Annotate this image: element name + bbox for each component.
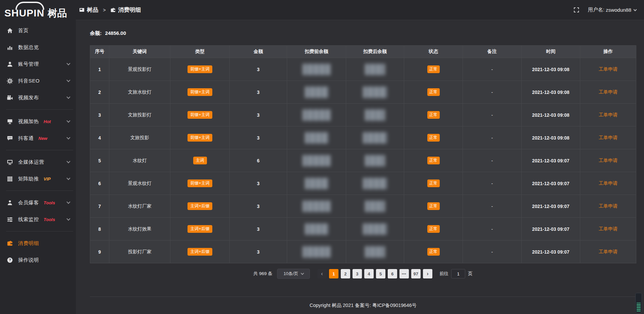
sidebar-item-label: 全媒体运营	[18, 159, 44, 165]
sidebar-item-data-overview[interactable]: 数据总览	[0, 39, 76, 56]
redacted-value	[365, 109, 385, 121]
app-root: SHUPIN 树品 首页 数据总览 账号管理 抖音SEO	[0, 0, 644, 314]
page-button-6[interactable]: 6	[388, 269, 397, 278]
breadcrumb-current[interactable]: 消费明细	[110, 6, 141, 14]
sidebar-item-home[interactable]: 首页	[0, 22, 76, 39]
type-badge: 前缀+主词	[187, 179, 212, 187]
sidebar-item-label: 账号管理	[18, 61, 39, 67]
more-pages-button[interactable]: •••	[399, 269, 409, 278]
table-row: 9 投影灯厂家 主词+后缀 3 正常 - 2021-12-03 09:07 工单…	[90, 241, 636, 263]
work-order-link[interactable]: 工单申请	[599, 158, 618, 163]
next-page-button[interactable]: ›	[423, 269, 432, 278]
work-order-link[interactable]: 工单申请	[599, 135, 618, 140]
cell-keyword: 文旅水纹灯	[109, 81, 170, 104]
cell-status: 正常	[404, 126, 463, 149]
work-order-link[interactable]: 工单申请	[599, 180, 618, 186]
sidebar-item-label: 矩阵助推	[18, 176, 39, 182]
sidebar-item-label: 抖音SEO	[18, 78, 40, 84]
sidebar-item-matrix-boost[interactable]: 矩阵助推 VIP	[0, 170, 76, 187]
chevron-down-icon	[66, 78, 70, 82]
cell-status: 正常	[404, 172, 463, 195]
status-badge: 正常	[427, 248, 440, 256]
col-header-balance-after: 扣费后余额	[346, 46, 404, 58]
work-order-link[interactable]: 工单申请	[599, 203, 618, 209]
redacted-value	[305, 87, 328, 98]
col-header-time: 时间	[522, 46, 580, 58]
prev-page-button[interactable]: ‹	[317, 269, 327, 278]
cell-no: 9	[90, 241, 109, 263]
cell-type: 主词+后缀	[170, 241, 230, 263]
redacted-value	[365, 201, 385, 212]
sidebar-item-instructions[interactable]: ? 操作说明	[0, 252, 76, 268]
work-order-link[interactable]: 工单申请	[599, 226, 618, 231]
page-button-97[interactable]: 97	[411, 269, 421, 278]
cell-balance-before	[287, 58, 346, 81]
sidebar-item-member-burst[interactable]: 会员爆客 Tools	[0, 194, 76, 211]
goto-page-input[interactable]	[451, 269, 465, 278]
cell-keyword: 投影灯厂家	[109, 241, 170, 263]
work-order-link[interactable]: 工单申请	[599, 66, 618, 72]
breadcrumb-root[interactable]: 树品	[79, 6, 98, 14]
cell-no: 1	[90, 58, 109, 81]
status-badge: 正常	[427, 202, 440, 210]
col-header-action: 操作	[580, 46, 636, 58]
page-button-2[interactable]: 2	[341, 269, 350, 278]
footer: Copyright 树品 2021 备案号: 粤ICP备09019646号	[90, 297, 636, 314]
sidebar-item-label: 操作说明	[18, 257, 39, 263]
wallet-icon	[110, 7, 116, 13]
chevron-down-icon	[66, 136, 70, 139]
chevron-down-icon	[66, 95, 70, 99]
fullscreen-icon[interactable]	[574, 7, 579, 13]
page-button-3[interactable]: 3	[353, 269, 362, 278]
sidebar-item-video-publish[interactable]: 视频发布	[0, 89, 76, 106]
sidebar-item-account-mgmt[interactable]: 账号管理	[0, 56, 76, 72]
cell-action: 工单申请	[580, 195, 636, 218]
browser-widget[interactable]	[635, 293, 642, 313]
page-button-5[interactable]: 5	[376, 269, 385, 278]
wallet-icon	[7, 240, 13, 247]
sliders-icon	[7, 216, 13, 223]
redacted-value	[363, 87, 387, 98]
sidebar-item-video-heat[interactable]: 视频加热 Hot	[0, 113, 76, 130]
breadcrumb-separator: >	[103, 7, 106, 13]
cell-action: 工单申请	[580, 241, 636, 263]
sidebar-item-omnimedia[interactable]: 全媒体运营	[0, 154, 76, 170]
type-badge: 前缀+主词	[187, 111, 212, 119]
breadcrumb-root-label: 树品	[87, 6, 98, 14]
cell-no: 5	[90, 149, 109, 172]
cell-remark: -	[463, 58, 522, 81]
brand-logo[interactable]: SHUPIN 树品	[0, 0, 76, 21]
work-order-link[interactable]: 工单申请	[599, 112, 618, 117]
video-camera-icon	[7, 95, 13, 101]
cell-status: 正常	[404, 58, 463, 81]
page-button-4[interactable]: 4	[364, 269, 374, 278]
status-badge: 正常	[427, 157, 440, 164]
work-order-link[interactable]: 工单申请	[599, 249, 618, 254]
col-header-no: 序号	[90, 46, 109, 58]
cell-no: 4	[90, 126, 109, 149]
redacted-value	[305, 178, 328, 189]
sidebar-item-lead-monitor[interactable]: 线索监控 Tools	[0, 211, 76, 228]
sidebar-item-douketong[interactable]: 抖客通 New	[0, 130, 76, 147]
page-size-select[interactable]: 10条/页	[277, 269, 310, 279]
cell-balance-after	[346, 241, 404, 263]
work-order-link[interactable]: 工单申请	[599, 89, 618, 95]
cell-remark: -	[463, 126, 522, 149]
status-badge: 正常	[427, 65, 440, 73]
cell-action: 工单申请	[580, 218, 636, 241]
cell-balance-before	[287, 81, 346, 104]
redacted-value	[303, 109, 331, 121]
page-button-1[interactable]: 1	[329, 269, 338, 278]
sidebar-item-douyin-seo[interactable]: 抖音SEO	[0, 72, 76, 89]
logo-text-cn: 树品	[48, 8, 67, 18]
user-dropdown[interactable]: 用户名: zswodun88	[588, 7, 636, 13]
username-value: zswodun88	[606, 7, 631, 13]
cell-keyword: 文旅投影灯	[109, 104, 170, 126]
cell-no: 6	[90, 172, 109, 195]
type-badge: 前缀+主词	[187, 65, 212, 73]
chevron-down-icon	[634, 8, 637, 11]
sidebar-item-label: 数据总览	[18, 44, 39, 51]
cell-type: 前缀+主词	[170, 126, 230, 149]
sidebar-item-consumption-detail[interactable]: 消费明细	[0, 235, 76, 252]
sidebar-divider	[6, 109, 73, 110]
